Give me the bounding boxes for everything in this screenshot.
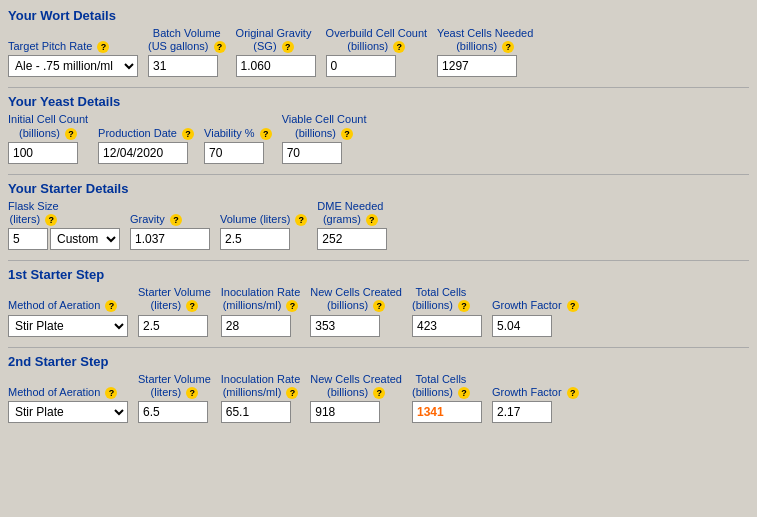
pitch-rate-select[interactable]: Ale - .75 million/ml Lager - 1.5 million… — [8, 55, 138, 77]
gravity-input[interactable] — [130, 228, 210, 250]
step1-new-cells-label: New Cells Created (billions) ? — [310, 286, 402, 312]
step2-new-cells-group: New Cells Created (billions) ? — [310, 373, 402, 423]
step1-aeration-group: Method of Aeration ? Stir Plate No Stir … — [8, 299, 128, 336]
batch-volume-input[interactable] — [148, 55, 218, 77]
step1-starter-volume-input[interactable] — [138, 315, 208, 337]
overbuild-help-icon[interactable]: ? — [393, 41, 405, 53]
yeast-cells-group: Yeast Cells Needed (billions) ? — [437, 27, 533, 77]
pitch-rate-help-icon[interactable]: ? — [97, 41, 109, 53]
yeast-cells-input[interactable] — [437, 55, 517, 77]
original-gravity-group: Original Gravity (SG) ? — [236, 27, 316, 77]
yeast-cells-label: Yeast Cells Needed (billions) ? — [437, 27, 533, 53]
initial-cell-group: Initial Cell Count (billions) ? — [8, 113, 88, 163]
batch-volume-help-icon[interactable]: ? — [214, 41, 226, 53]
step2-total-cells-label: Total Cells (billions) ? — [412, 373, 470, 399]
initial-cell-label: Initial Cell Count (billions) ? — [8, 113, 88, 139]
production-date-label: Production Date ? — [98, 127, 194, 140]
starter-title: Your Starter Details — [8, 181, 749, 196]
step1-growth-factor-help-icon[interactable]: ? — [567, 300, 579, 312]
gravity-help-icon[interactable]: ? — [170, 214, 182, 226]
volume-group: Volume (liters) ? — [220, 213, 307, 250]
overbuild-group: Overbuild Cell Count (billions) ? — [326, 27, 428, 77]
step1-growth-factor-input[interactable] — [492, 315, 552, 337]
step1-new-cells-group: New Cells Created (billions) ? — [310, 286, 402, 336]
step1-inoculation-help-icon[interactable]: ? — [286, 300, 298, 312]
step1-divider — [8, 347, 749, 348]
viable-cell-group: Viable Cell Count (billions) ? — [282, 113, 367, 163]
viable-cell-help-icon[interactable]: ? — [341, 128, 353, 140]
step2-aeration-select[interactable]: Stir Plate No Stir Intermittent Shaking — [8, 401, 128, 423]
step2-title: 2nd Starter Step — [8, 354, 749, 369]
starter-divider — [8, 260, 749, 261]
flask-size-input[interactable] — [8, 228, 48, 250]
step2-growth-factor-help-icon[interactable]: ? — [567, 387, 579, 399]
volume-help-icon[interactable]: ? — [295, 214, 307, 226]
flask-size-help-icon[interactable]: ? — [45, 214, 57, 226]
overbuild-input[interactable] — [326, 55, 396, 77]
viability-help-icon[interactable]: ? — [260, 128, 272, 140]
step2-new-cells-help-icon[interactable]: ? — [373, 387, 385, 399]
dme-label: DME Needed (grams) ? — [317, 200, 383, 226]
batch-volume-label: Batch Volume (US gallons) ? — [148, 27, 226, 53]
step1-growth-factor-label: Growth Factor ? — [492, 299, 579, 312]
step1-fields: Method of Aeration ? Stir Plate No Stir … — [8, 286, 749, 336]
pitch-rate-label: Target Pitch Rate ? — [8, 40, 109, 53]
step2-section: 2nd Starter Step Method of Aeration ? St… — [8, 354, 749, 423]
production-date-input[interactable] — [98, 142, 188, 164]
step1-new-cells-help-icon[interactable]: ? — [373, 300, 385, 312]
yeast-fields: Initial Cell Count (billions) ? Producti… — [8, 113, 749, 163]
viability-label: Viability % ? — [204, 127, 272, 140]
step1-total-cells-group: Total Cells (billions) ? — [412, 286, 482, 336]
step2-starter-volume-input[interactable] — [138, 401, 208, 423]
starter-fields: Flask Size (liters) ? Custom 0.5 1 2 3 4… — [8, 200, 749, 250]
step2-new-cells-label: New Cells Created (billions) ? — [310, 373, 402, 399]
production-date-help-icon[interactable]: ? — [182, 128, 194, 140]
yeast-cells-help-icon[interactable]: ? — [502, 41, 514, 53]
production-date-group: Production Date ? — [98, 127, 194, 164]
viability-input[interactable] — [204, 142, 264, 164]
step2-growth-factor-input[interactable] — [492, 401, 552, 423]
step2-inoculation-input[interactable] — [221, 401, 291, 423]
step2-inoculation-label: Inoculation Rate (millions/ml) ? — [221, 373, 301, 399]
step1-aeration-help-icon[interactable]: ? — [105, 300, 117, 312]
step1-inoculation-input[interactable] — [221, 315, 291, 337]
wort-divider — [8, 87, 749, 88]
step1-aeration-select[interactable]: Stir Plate No Stir Intermittent Shaking — [8, 315, 128, 337]
wort-title: Your Wort Details — [8, 8, 749, 23]
original-gravity-input[interactable] — [236, 55, 316, 77]
pitch-rate-group: Target Pitch Rate ? Ale - .75 million/ml… — [8, 40, 138, 77]
batch-volume-group: Batch Volume (US gallons) ? — [148, 27, 226, 77]
starter-section: Your Starter Details Flask Size (liters)… — [8, 181, 749, 250]
step2-total-cells-help-icon[interactable]: ? — [458, 387, 470, 399]
original-gravity-help-icon[interactable]: ? — [282, 41, 294, 53]
step1-total-cells-help-icon[interactable]: ? — [458, 300, 470, 312]
viable-cell-input[interactable] — [282, 142, 342, 164]
step1-total-cells-input[interactable] — [412, 315, 482, 337]
initial-cell-help-icon[interactable]: ? — [65, 128, 77, 140]
step2-inoculation-help-icon[interactable]: ? — [286, 387, 298, 399]
initial-cell-input[interactable] — [8, 142, 78, 164]
step1-starter-volume-group: Starter Volume (liters) ? — [138, 286, 211, 336]
flask-size-group: Flask Size (liters) ? Custom 0.5 1 2 3 4… — [8, 200, 120, 250]
original-gravity-label: Original Gravity (SG) ? — [236, 27, 312, 53]
dme-input[interactable] — [317, 228, 387, 250]
step2-growth-factor-label: Growth Factor ? — [492, 386, 579, 399]
step1-starter-volume-help-icon[interactable]: ? — [186, 300, 198, 312]
yeast-title: Your Yeast Details — [8, 94, 749, 109]
step1-growth-factor-group: Growth Factor ? — [492, 299, 579, 336]
yeast-section: Your Yeast Details Initial Cell Count (b… — [8, 94, 749, 163]
flask-size-label: Flask Size (liters) ? — [8, 200, 59, 226]
volume-input[interactable] — [220, 228, 290, 250]
step1-new-cells-input[interactable] — [310, 315, 380, 337]
flask-size-select[interactable]: Custom 0.5 1 2 3 4 5 — [50, 228, 120, 250]
viable-cell-label: Viable Cell Count (billions) ? — [282, 113, 367, 139]
step2-new-cells-input[interactable] — [310, 401, 380, 423]
step2-aeration-help-icon[interactable]: ? — [105, 387, 117, 399]
viability-group: Viability % ? — [204, 127, 272, 164]
gravity-label: Gravity ? — [130, 213, 182, 226]
step1-total-cells-label: Total Cells (billions) ? — [412, 286, 470, 312]
step2-starter-volume-help-icon[interactable]: ? — [186, 387, 198, 399]
step2-total-cells-input[interactable] — [412, 401, 482, 423]
dme-help-icon[interactable]: ? — [366, 214, 378, 226]
step2-starter-volume-group: Starter Volume (liters) ? — [138, 373, 211, 423]
